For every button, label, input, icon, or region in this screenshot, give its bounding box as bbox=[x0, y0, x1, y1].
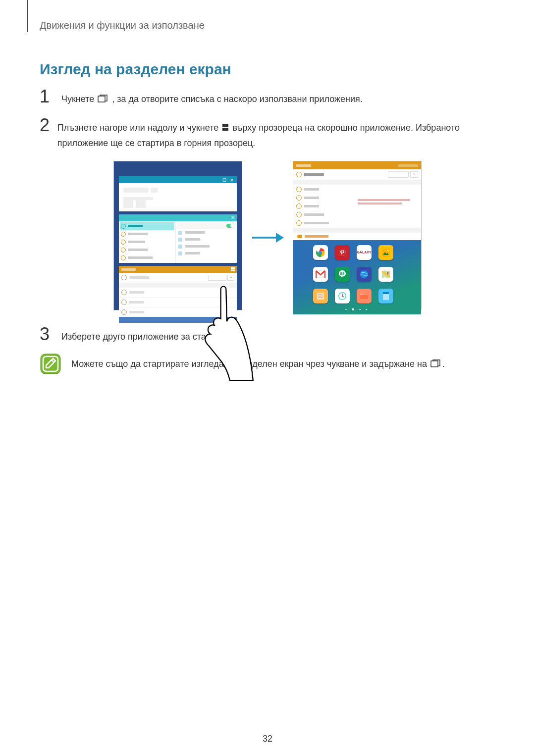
app-files-icon bbox=[357, 289, 372, 303]
note-block: Можете също да стартирате изгледа на раз… bbox=[40, 353, 495, 377]
app-pinterest-icon bbox=[335, 245, 350, 260]
page-number: 32 bbox=[0, 734, 535, 744]
margin-rule bbox=[27, 0, 28, 32]
svg-marker-6 bbox=[276, 233, 284, 243]
app-chrome-icon bbox=[313, 245, 328, 260]
step-text: Изберете друго приложение за стартиране. bbox=[61, 325, 242, 345]
transition-arrow bbox=[242, 161, 293, 245]
svg-rect-26 bbox=[360, 295, 368, 299]
app-gmail-icon bbox=[313, 267, 328, 282]
step-number: 1 bbox=[40, 88, 54, 105]
screenshot-recent-apps: ☐ ✕ ✕ bbox=[113, 161, 242, 310]
step1-part1: Чукнете bbox=[61, 94, 97, 104]
app-memo-icon bbox=[313, 289, 328, 303]
app-generic-icon bbox=[378, 289, 393, 303]
step-1: 1 Чукнете , за да отворите списъка с нас… bbox=[40, 88, 495, 107]
svg-rect-32 bbox=[431, 361, 438, 367]
svg-rect-11 bbox=[382, 249, 390, 256]
note-icon bbox=[40, 353, 61, 377]
recent-apps-icon bbox=[430, 357, 441, 372]
svg-point-13 bbox=[387, 250, 389, 251]
svg-rect-2 bbox=[222, 128, 228, 131]
step-3: 3 Изберете друго приложение за стартиран… bbox=[40, 325, 495, 345]
split-screen-icon bbox=[222, 121, 229, 136]
svg-rect-3 bbox=[231, 267, 235, 269]
breadcrumb: Движения и функции за използване bbox=[40, 20, 495, 31]
recent-apps-icon bbox=[98, 92, 108, 107]
app-hangouts-icon: 99 bbox=[335, 267, 350, 282]
svg-text:99: 99 bbox=[340, 271, 345, 276]
note-text: Можете също да стартирате изгледа на раз… bbox=[71, 353, 445, 372]
step-text: Плъзнете нагоре или надолу и чукнете вър… bbox=[57, 116, 495, 151]
screenshot-split-result: + bbox=[293, 161, 422, 309]
step-text: Чукнете , за да отворите списъка с наско… bbox=[61, 88, 363, 107]
svg-point-16 bbox=[360, 270, 368, 278]
section-title: Изглед на разделен екран bbox=[40, 61, 495, 78]
step2-part1: Плъзнете нагоре или надолу и чукнете bbox=[57, 123, 221, 133]
svg-rect-4 bbox=[231, 269, 235, 271]
app-maps-icon bbox=[378, 267, 393, 282]
svg-rect-1 bbox=[222, 124, 228, 127]
step1-part2: , за да отворите списъка с наскоро изпол… bbox=[112, 94, 362, 104]
note-part1: Можете също да стартирате изгледа на раз… bbox=[71, 359, 429, 369]
step-number: 3 bbox=[40, 325, 54, 343]
step-2: 2 Плъзнете нагоре или надолу и чукнете в… bbox=[40, 116, 495, 151]
illustration-row: ☐ ✕ ✕ bbox=[40, 161, 495, 310]
svg-rect-0 bbox=[98, 96, 105, 102]
svg-rect-28 bbox=[383, 292, 389, 294]
app-gallery-icon bbox=[378, 245, 393, 260]
step-number: 2 bbox=[40, 116, 51, 134]
app-galaxy-icon: GALAXY bbox=[357, 245, 372, 260]
arrow-right-icon bbox=[251, 230, 284, 245]
note-part2: . bbox=[442, 359, 445, 369]
app-internet-icon bbox=[357, 267, 372, 282]
app-clock-icon bbox=[335, 289, 350, 303]
